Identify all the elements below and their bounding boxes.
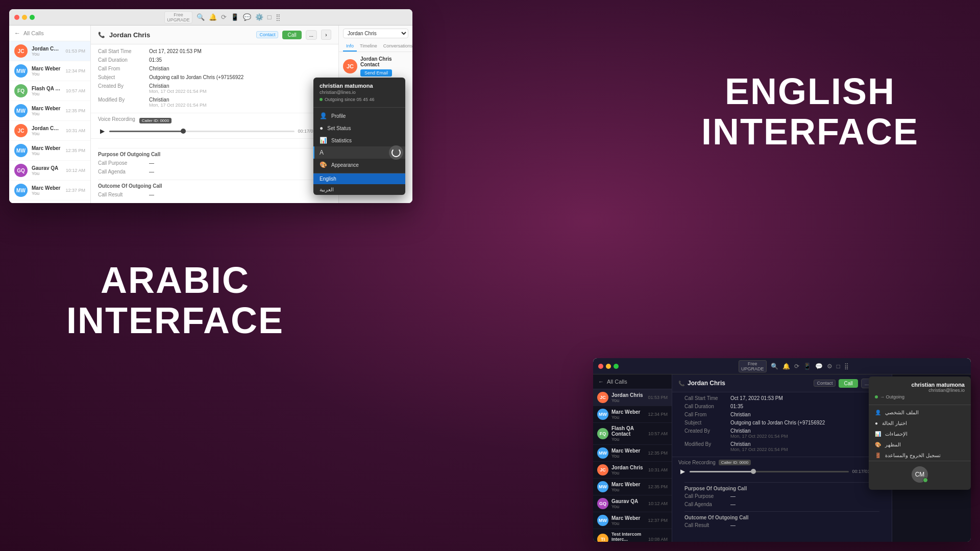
call-from-row: Call From Christian [98, 66, 331, 71]
dark-fields: Call Start Time Oct 17, 2022 01:53 PM Ca… [672, 392, 892, 457]
arabic-appearance-icon: 🎨 [875, 442, 881, 447]
tab-info[interactable]: Info [343, 41, 357, 52]
ctx-arabic-profile[interactable]: الملف الشخصي 👤 [869, 407, 971, 418]
more-button[interactable]: ... [306, 30, 317, 40]
arabic-interface-label: ARABIC INTERFACE [66, 260, 284, 341]
ctx-arabic-status[interactable]: اختيار الحالة ● [869, 418, 971, 429]
dark-sidebar-header: ← All Calls [593, 374, 672, 389]
arabic-user-name: christian matumona [875, 382, 965, 388]
audio-bar: ▶ 00:17/01:23 🔊 [98, 127, 331, 135]
dark-sidebar-flash[interactable]: FQ Flash QA Contact You 10:57 AM [593, 423, 672, 445]
call-agenda-row: Call Agenda — [98, 169, 331, 174]
dark-sidebar-title: All Calls [607, 379, 627, 385]
dark-titlebar: FreeUPGRADE 🔍 🔔 ⟳ 📱 💬 ⚙ □ ⣿ [593, 358, 971, 374]
sidebar-item-marc-3[interactable]: MW Marc Weber You 12:35 PM [9, 141, 90, 161]
send-email-button[interactable]: Send Email [360, 69, 392, 77]
lang-english[interactable]: English [313, 173, 405, 184]
dark-call-start: Call Start Time Oct 17, 2022 01:53 PM [678, 395, 886, 401]
lang-arabic[interactable]: العربية [313, 184, 405, 195]
dark-progress-bar[interactable] [690, 471, 849, 472]
ctx-item-language[interactable]: A [313, 146, 405, 159]
avatar: MW [14, 184, 28, 197]
modified-by-date: Mon, 17 Oct 2022 01:54 PM [149, 103, 207, 108]
contact-dropdown[interactable]: Jordan Chris [343, 29, 408, 38]
window-controls [14, 15, 35, 20]
minimize-dot[interactable] [22, 15, 27, 20]
contact-badge: Contact [256, 31, 278, 38]
lang-english-label: English [320, 176, 336, 182]
dark-sidebar-jordan-1[interactable]: JC Jordan Chris You 01:53 PM [593, 389, 672, 406]
tab-timeline[interactable]: Timeline [357, 41, 380, 52]
ctx-item-appearance[interactable]: 🎨 Appearance [313, 159, 405, 171]
dark-close-dot[interactable] [598, 364, 603, 369]
dark-sidebar-marc-4[interactable]: MW Marc Weber You 12:37 PM [593, 512, 672, 529]
dark-sidebar: ← All Calls JC Jordan Chris You 01:53 PM… [593, 374, 672, 542]
dark-call-button[interactable]: Call [839, 379, 857, 388]
tab-conversations[interactable]: Conversations [380, 41, 412, 52]
ctx-item-profile[interactable]: 👤 Profile [313, 110, 405, 122]
dark-back-arrow[interactable]: ← [598, 379, 604, 385]
sidebar-item-marc-1[interactable]: MW Marc Weber You 12:34 PM [9, 61, 90, 81]
sidebar-item-gaurav[interactable]: GQ Gaurav QA You 10:12 AM [9, 161, 90, 181]
arabic-stats-icon: 📊 [875, 431, 881, 437]
progress-dot [181, 129, 186, 134]
dark-minimize-dot[interactable] [606, 364, 611, 369]
dark-detail-title: Jordan Chris [688, 380, 811, 387]
sidebar-item-flash[interactable]: FQ Flash QA Contact You 10:57 AM [9, 81, 90, 101]
sidebar-item-jordan-1[interactable]: JC Jordan Chris You 01:53 PM [9, 41, 90, 61]
call-button[interactable]: Call [282, 31, 301, 39]
progress-bar[interactable] [109, 131, 295, 132]
upgrade-badge: FreeUPGRADE [164, 11, 192, 23]
profile-icon: 👤 [320, 112, 327, 119]
ctx-user-info: christian matumona christian@lines.io Ou… [313, 78, 405, 108]
dark-detail-header: 📞 Jordan Chris Contact Call ... › [672, 374, 892, 392]
ctx-arabic-user: christian matumona christian@lines.io Ou… [869, 377, 971, 405]
dark-maximize-dot[interactable] [614, 364, 619, 369]
ctx-item-statistics[interactable]: 📊 Statistics [313, 134, 405, 146]
sidebar-item-marc-2[interactable]: MW Marc Weber You 12:35 PM [9, 101, 90, 121]
dark-sidebar-gaurav[interactable]: GQ Gaurav QA You 10:12 AM [593, 495, 672, 512]
ctx-arabic-statistics[interactable]: الإحصاءات 📊 [869, 429, 971, 439]
play-button[interactable]: ▶ [98, 127, 106, 135]
caller-id-tag: Caller ID: 0000 [139, 118, 172, 123]
dark-avatar: TI [597, 534, 608, 542]
sidebar-item-test[interactable]: TI Test Intercom Intercom... You 10:08 A… [9, 201, 90, 203]
statistics-icon: 📊 [320, 137, 327, 144]
ctx-arabic-appearance[interactable]: المظهر 🎨 [869, 439, 971, 450]
detail-fields: Call Start Time Oct 17, 2022 01:53 PM Ca… [91, 44, 338, 113]
avatar: JC [14, 44, 28, 58]
avatar: MW [14, 144, 28, 157]
dark-sidebar-marc-3[interactable]: MW Marc Weber You 12:35 PM [593, 479, 672, 495]
sidebar-item-marc-4[interactable]: MW Marc Weber You 12:37 PM [9, 181, 90, 201]
detail-content: Call Start Time Oct 17, 2022 01:53 PM Ca… [91, 44, 338, 203]
dark-sidebar-test[interactable]: TI Test Intercom Interc... You 10:08 AM [593, 529, 672, 542]
dark-avatar: JC [597, 392, 608, 403]
ctx-item-status[interactable]: ● Set Status [313, 122, 405, 134]
dark-sidebar-jordan-2[interactable]: JC Jordan Chris You 10:31 AM [593, 462, 672, 479]
dark-voice-section: Voice Recording Caller ID: 0000 ▶ 00:17/… [672, 457, 892, 478]
sidebar-title: All Calls [23, 30, 44, 36]
dark-sidebar-marc-2[interactable]: MW Marc Weber You 12:35 PM [593, 445, 672, 462]
voice-recording-label: Voice Recording [98, 116, 135, 122]
ctx-arabic-logout[interactable]: تسجيل الخروج والمساعدة 🚪 [869, 450, 971, 461]
avatar: MW [14, 104, 28, 117]
call-duration-row: Call Duration 01:35 [98, 57, 331, 63]
sidebar-item-jordan-2[interactable]: JC Jordan Chris You 10:31 AM [9, 121, 90, 141]
maximize-dot[interactable] [30, 15, 35, 20]
next-arrow[interactable]: › [321, 30, 331, 40]
dark-play-button[interactable]: ▶ [678, 467, 687, 475]
titlebar-center: FreeUPGRADE 🔍 🔔 ⟳ 📱 💬 ⚙️ □ ⣿ [38, 11, 407, 23]
dark-sidebar-marc-1[interactable]: MW Marc Weber You 12:34 PM [593, 406, 672, 423]
call-start-time-row: Call Start Time Oct 17, 2022 01:53 PM [98, 48, 331, 54]
arabic-logout-icon: 🚪 [875, 453, 881, 458]
subject-label: Subject [98, 74, 149, 80]
arabic-status-row: Outgoing → [875, 394, 965, 399]
titlebar: FreeUPGRADE 🔍 🔔 ⟳ 📱 💬 ⚙️ □ ⣿ [9, 9, 412, 26]
dark-call-agenda: Call Agenda — [678, 502, 886, 507]
back-arrow-icon[interactable]: ← [14, 30, 20, 37]
dark-caller-id: Caller ID: 0000 [719, 460, 751, 465]
lang-arabic-label: العربية [320, 187, 334, 192]
dark-purpose-title: Purpose Of Outgoing Call [684, 482, 879, 491]
call-duration-label: Call Duration [98, 57, 149, 63]
close-dot[interactable] [14, 15, 19, 20]
